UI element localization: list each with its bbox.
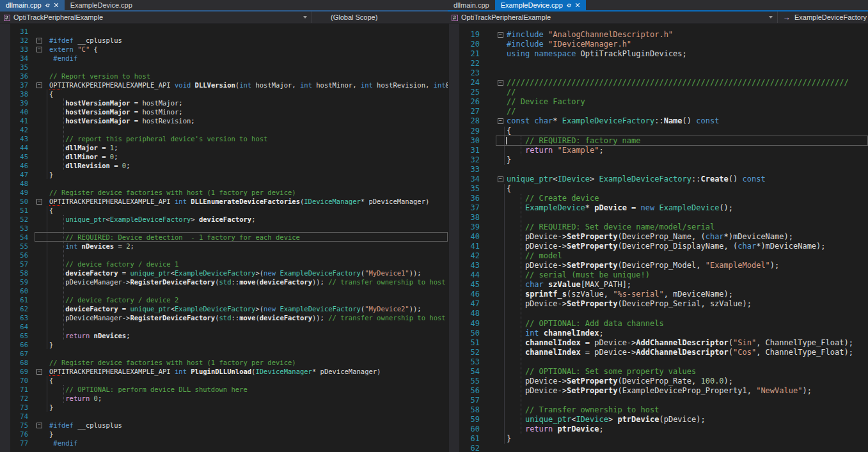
code-line-34[interactable]: 34 #endif [0, 54, 448, 63]
code-line-38[interactable]: 38{ [0, 90, 448, 98]
code-line-24[interactable]: 24−/////////////////////////////////////… [448, 78, 868, 88]
code-line-50[interactable]: 50−OPTITRACKPERIPHERALEXAMPLE_API int DL… [0, 197, 448, 206]
code-line-55[interactable]: 55 int nDevices = 2; [0, 242, 448, 251]
code-line-67[interactable]: 67 [0, 349, 448, 358]
code-line-29[interactable]: 29{ [448, 127, 868, 136]
code-line-49[interactable]: 49 // OPTIONAL: Add data channels [448, 319, 868, 329]
code-line-61[interactable]: 61 // device factory / device 2 [0, 295, 448, 304]
code-line-57[interactable]: 57 [448, 396, 868, 405]
code-line-44[interactable]: 44 dllMajor = 1; [0, 143, 448, 152]
code-line-55[interactable]: 55 pDevice->SetProperty(DeviceProp_Rate,… [448, 377, 868, 386]
code-line-35[interactable]: 35 [0, 63, 448, 72]
pin-icon[interactable] [566, 3, 572, 8]
fold-collapse-icon[interactable]: − [36, 47, 42, 52]
code-line-31[interactable]: 31 [0, 27, 448, 36]
code-line-75[interactable]: 75−#ifdef __cplusplus [0, 421, 448, 430]
code-line-37[interactable]: 37−OPTITRACKPERIPHERALEXAMPLE_API void D… [0, 81, 448, 90]
fold-collapse-icon[interactable]: − [36, 38, 42, 43]
code-line-72[interactable]: 72 return 0; [0, 394, 448, 403]
code-line-66[interactable]: 66} [0, 340, 448, 349]
code-line-76[interactable]: 76} [0, 430, 448, 439]
tab-dllmain-cpp[interactable]: dllmain.cpp [0, 0, 65, 10]
code-line-47[interactable]: 47 pDevice->SetProperty(DeviceProp_Seria… [448, 299, 868, 309]
fold-collapse-icon[interactable]: − [498, 80, 503, 86]
fold-collapse-icon[interactable]: − [36, 199, 42, 205]
code-line-64[interactable]: 64 [0, 322, 448, 331]
code-line-65[interactable]: 65 return nDevices; [0, 331, 448, 340]
code-area-left[interactable]: 3132−#ifdef __cplusplus33−extern "C" {34… [0, 24, 448, 452]
code-line-56[interactable]: 56 pDevice->SetProperty(ExampleDevicePro… [448, 386, 868, 396]
code-line-48[interactable]: 48 [448, 309, 868, 318]
code-line-45[interactable]: 45 dllMinor = 0; [0, 152, 448, 161]
code-line-21[interactable]: 21using namespace OptiTrackPluginDevices… [448, 49, 868, 59]
tab-ExampleDevice-cpp[interactable]: ExampleDevice.cpp [495, 0, 586, 10]
project-dropdown[interactable]: OptiTrackPeripheralExample [13, 12, 312, 23]
code-line-49[interactable]: 49// Register device factories with host… [0, 188, 448, 197]
fold-collapse-icon[interactable]: − [498, 32, 503, 38]
member-dropdown[interactable]: → ExampleDeviceFactory [778, 12, 868, 23]
code-line-32[interactable]: 32−#ifdef __cplusplus [0, 36, 448, 45]
code-line-23[interactable]: 23 [448, 68, 868, 78]
code-line-26[interactable]: 26// Device Factory [448, 97, 868, 107]
code-line-40[interactable]: 40 hostVersionMajor = hostMinor; [0, 107, 448, 116]
code-line-52[interactable]: 52 unique_ptr<ExampleDeviceFactory> devi… [0, 215, 448, 224]
code-line-69[interactable]: 69−OPTITRACKPERIPHERALEXAMPLE_API int Pl… [0, 367, 448, 376]
code-line-28[interactable]: 28−const char* ExampleDeviceFactory::Nam… [448, 116, 868, 126]
code-line-42[interactable]: 42 // model [448, 251, 868, 261]
code-line-57[interactable]: 57 // device factory / device 1 [0, 260, 448, 269]
code-line-54[interactable]: 54 // OPTIONAL: Set some property values [448, 367, 868, 377]
code-line-58[interactable]: 58 // Transfer ownership to host [448, 405, 868, 415]
fold-collapse-icon[interactable]: − [498, 118, 503, 124]
code-line-43[interactable]: 43 pDevice->SetProperty(DeviceProp_Model… [448, 261, 868, 270]
code-line-39[interactable]: 39 hostVersionMajor = hostMajor; [0, 98, 448, 107]
code-line-20[interactable]: 20#include "IDeviceManager.h" [448, 40, 868, 49]
code-line-47[interactable]: 47} [0, 170, 448, 179]
code-line-45[interactable]: 45 char szValue[MAX_PATH]; [448, 280, 868, 290]
code-line-32[interactable]: 32} [448, 155, 868, 165]
code-line-27[interactable]: 27// [448, 107, 868, 116]
tab-dllmain-cpp[interactable]: dllmain.cpp [448, 0, 495, 10]
project-dropdown[interactable]: OptiTrackPeripheralExample [461, 12, 777, 23]
scope-dropdown[interactable]: (Global Scope) [312, 12, 448, 23]
code-line-22[interactable]: 22 [448, 59, 868, 68]
code-line-40[interactable]: 40 pDevice->SetProperty(DeviceProp_Name,… [448, 232, 868, 242]
code-line-41[interactable]: 41 pDevice->SetProperty(DeviceProp_Displ… [448, 242, 868, 251]
code-line-33[interactable]: 33−extern "C" { [0, 45, 448, 54]
code-line-73[interactable]: 73} [0, 403, 448, 412]
code-line-62[interactable]: 62 deviceFactory = unique_ptr<ExampleDev… [0, 304, 448, 313]
code-line-70[interactable]: 70{ [0, 376, 448, 385]
code-line-41[interactable]: 41 hostVersionMajor = hostRevision; [0, 116, 448, 125]
code-line-46[interactable]: 46 dllRevision = 0; [0, 161, 448, 170]
tab-ExampleDevice-cpp[interactable]: ExampleDevice.cpp [65, 0, 138, 10]
code-line-39[interactable]: 39 // REQUIRED: Set device name/model/se… [448, 222, 868, 232]
code-line-61[interactable]: 61} [448, 434, 868, 444]
code-line-43[interactable]: 43 // report this peripheral device's ve… [0, 134, 448, 143]
code-line-52[interactable]: 52 channelIndex = pDevice->AddChannelDes… [448, 348, 868, 357]
code-line-25[interactable]: 25// [448, 88, 868, 97]
pin-icon[interactable] [45, 3, 51, 8]
code-line-62[interactable]: 62 [448, 444, 868, 452]
code-line-77[interactable]: 77 #endif [0, 439, 448, 448]
close-icon[interactable] [54, 3, 59, 8]
code-line-33[interactable]: 33 [448, 165, 868, 175]
code-line-36[interactable]: 36// Report version to host [0, 72, 448, 81]
code-area-right[interactable]: 19−#include "AnalogChannelDescriptor.h"2… [448, 24, 868, 452]
code-line-19[interactable]: 19−#include "AnalogChannelDescriptor.h" [448, 30, 868, 40]
code-line-34[interactable]: 34−unique_ptr<IDevice> ExampleDeviceFact… [448, 175, 868, 184]
code-line-56[interactable]: 56 [0, 251, 448, 260]
fold-collapse-icon[interactable]: − [36, 423, 42, 428]
fold-collapse-icon[interactable]: − [36, 369, 42, 375]
code-line-36[interactable]: 36 // Create device [448, 194, 868, 203]
code-line-44[interactable]: 44 // serial (must be unique!) [448, 270, 868, 280]
code-line-71[interactable]: 71 // OPTIONAL: perform device DLL shutd… [0, 385, 448, 394]
fold-collapse-icon[interactable]: − [498, 176, 503, 182]
code-line-63[interactable]: 63 pDeviceManager->RegisterDeviceFactory… [0, 313, 448, 322]
code-line-46[interactable]: 46 sprintf_s(szValue, "%s-serial", mDevi… [448, 290, 868, 299]
code-line-58[interactable]: 58 deviceFactory = unique_ptr<ExampleDev… [0, 269, 448, 277]
code-line-59[interactable]: 59 pDeviceManager->RegisterDeviceFactory… [0, 277, 448, 286]
code-line-35[interactable]: 35{ [448, 184, 868, 194]
close-icon[interactable] [575, 3, 580, 8]
code-line-38[interactable]: 38 [448, 213, 868, 222]
code-line-48[interactable]: 48 [0, 179, 448, 188]
code-line-50[interactable]: 50 int channelIndex; [448, 329, 868, 338]
